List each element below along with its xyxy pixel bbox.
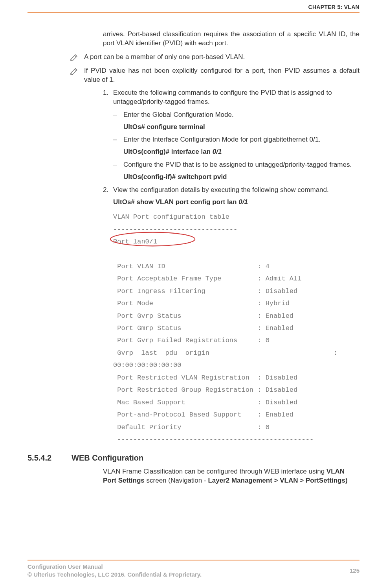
step-2-text: View the configuration details by execut… (113, 186, 359, 195)
substep-2: – Enter the Interface Configuration Mode… (113, 135, 359, 144)
substep-3: – Configure the PVID that is to be assig… (113, 160, 359, 170)
page: CHAPTER 5: VLAN arrives. Port-based clas… (0, 0, 387, 588)
terminal-title: VLAN Port configuration table (113, 213, 229, 221)
terminal-row: Port Restricted VLAN Registration : Disa… (113, 374, 297, 382)
terminal-row: Port Mode : Hybrid (113, 300, 290, 307)
pencil-icon (70, 68, 79, 75)
note-1-text: A port can be a member of only one port-… (84, 53, 359, 62)
terminal-row: Port Restricted Group Registration : Dis… (113, 386, 297, 394)
terminal-row: Mac Based Support : Disabled (113, 399, 297, 406)
command-3: UltOs(config-if)# switchport pvid (123, 173, 359, 182)
page-footer: Configuration User Manual © Ulterius Tec… (28, 560, 359, 579)
svg-line-2 (75, 55, 76, 57)
terminal-row: Port Gvrp Status : Enabled (113, 312, 293, 320)
command-2: UltOs(config)# interface lan 0/1 (123, 147, 359, 157)
header-rule (28, 12, 359, 13)
terminal-port-line: Port lan0/1 (113, 238, 157, 245)
terminal-row: Port Gmrp Status : Enabled (113, 324, 293, 332)
terminal-row: Port-and-Protocol Based Support : Enable… (113, 411, 293, 418)
terminal-row: Port Gvrp Failed Registrations : 0 (113, 337, 270, 344)
show-command: UltOs# show VLAN port config port lan 0/… (113, 198, 359, 207)
step-1-text: Execute the following commands to config… (113, 88, 359, 107)
footer-title: Configuration User Manual (28, 563, 202, 571)
show-command-prefix: UltOs# show VLAN port config port lan (113, 198, 238, 206)
section-number: 5.5.4.2 (28, 453, 72, 463)
note-2: If PVID value has not been explicitly co… (70, 66, 359, 85)
terminal-row: Port VLAN ID : 4 (113, 263, 270, 270)
pencil-icon (70, 54, 79, 61)
substep-1-text: Enter the Global Configuration Mode. (123, 111, 359, 120)
terminal-row: Port Ingress Filtering : Disabled (113, 288, 297, 295)
note-1: A port can be a member of only one port-… (70, 53, 359, 62)
substep-3-text: Configure the PVID that is to be assigne… (123, 160, 359, 170)
chapter-label: CHAPTER 5: VLAN (308, 4, 359, 10)
step-2-number: 2. (103, 186, 113, 195)
substep-2-text: Enter the Interface Configuration Mode f… (123, 135, 359, 144)
web-bold-2: Layer2 Management > VLAN > PortSettings) (208, 477, 347, 484)
section-header: 5.5.4.2 WEB Configuration (28, 453, 359, 463)
content-area: arrives. Port-based classification requi… (28, 19, 359, 485)
dash-bullet: – (113, 111, 123, 120)
show-command-arg: 0/1 (238, 198, 248, 206)
footer-left: Configuration User Manual © Ulterius Tec… (28, 563, 202, 579)
terminal-row: Gvrp last pdu origin : 00:00:00:00:00:00 (113, 349, 337, 369)
dash-bullet: – (113, 135, 123, 144)
step-2: 2. View the configuration details by exe… (103, 186, 359, 195)
web-text-2: screen (Navigation - (145, 477, 208, 484)
svg-line-5 (75, 69, 76, 71)
footer-row: Configuration User Manual © Ulterius Tec… (28, 563, 359, 579)
command-1: UltOs# configure terminal (123, 123, 359, 132)
substep-1: – Enter the Global Configuration Mode. (113, 111, 359, 120)
step-1-number: 1. (103, 88, 113, 98)
terminal-output: VLAN Port configuration table ----------… (113, 211, 359, 446)
web-config-paragraph: VLAN Frame Classification can be configu… (103, 467, 359, 485)
step-1: 1. Execute the following commands to con… (103, 88, 359, 107)
footer-copyright: © Ulterius Technologies, LLC 2016. Confi… (28, 571, 202, 579)
terminal-rule-bottom: ----------------------------------------… (113, 436, 314, 443)
web-text-1: VLAN Frame Classification can be configu… (103, 468, 326, 475)
command-2-arg: 0/1 (213, 148, 222, 155)
terminal-rule: ------------------------------- (113, 226, 237, 233)
footer-page-number: 125 (350, 567, 359, 574)
terminal-row: Port Acceptable Frame Type : Admit All (113, 275, 301, 282)
highlighted-port-line: Port lan0/1 (113, 236, 157, 248)
terminal-row: Default Priority : 0 (113, 424, 270, 431)
section-title: WEB Configuration (72, 453, 143, 463)
dash-bullet: – (113, 160, 123, 170)
page-header: CHAPTER 5: VLAN (28, 0, 359, 19)
note-2-text: If PVID value has not been explicitly co… (84, 66, 359, 85)
command-2-prefix: UltOs(config)# interface lan (123, 148, 213, 155)
footer-rule (28, 560, 359, 560)
intro-continuation: arrives. Port-based classification requi… (103, 30, 359, 48)
